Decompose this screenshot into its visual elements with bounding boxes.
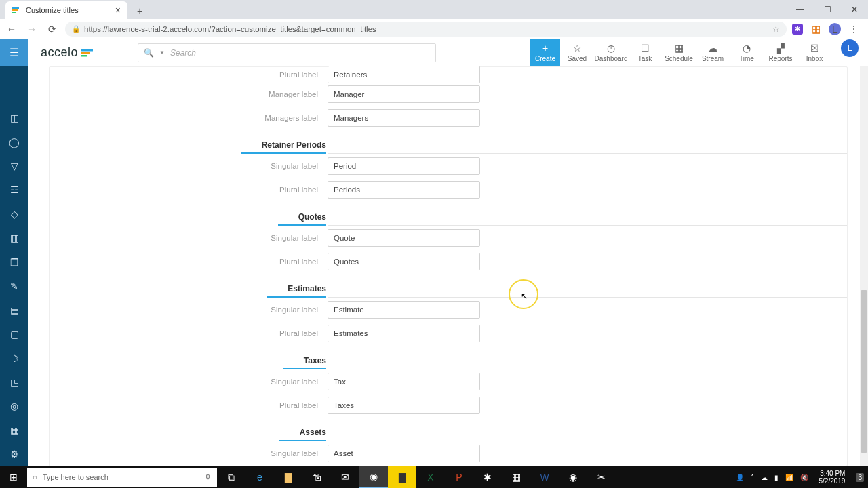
svg-rect-2 [12, 12, 16, 13]
period-plural-input[interactable] [328, 181, 480, 199]
rail-projects-icon[interactable]: ☲ [0, 178, 28, 202]
rail-dashboard-icon[interactable]: ◫ [0, 106, 28, 129]
calculator-icon[interactable]: ▦ [502, 466, 530, 488]
field-label: Plural label [50, 258, 328, 266]
tray-chevron-icon[interactable]: ˄ [751, 474, 754, 481]
page-scrollbar[interactable] [860, 66, 868, 466]
mic-icon[interactable]: 🎙 [204, 473, 212, 481]
section-title: Taxes [283, 356, 326, 369]
slack-icon[interactable]: ✱ [473, 466, 502, 488]
task-view-icon[interactable]: ⧉ [217, 466, 245, 488]
field-label: Singular label [50, 234, 328, 242]
estimate-singular-input[interactable] [328, 301, 480, 319]
estimate-plural-input[interactable] [328, 325, 480, 342]
inbox-icon: ☒ [810, 43, 819, 54]
quote-plural-input[interactable] [328, 253, 480, 270]
taskbar-clock[interactable]: 3:40 PM 5/2/2019 [815, 470, 850, 485]
period-singular-input[interactable] [328, 157, 480, 175]
reports-button[interactable]: ▞ Reports [764, 39, 797, 66]
field-label: Singular label [50, 162, 328, 170]
tax-plural-input[interactable] [328, 396, 480, 414]
rail-retainers-icon[interactable]: ▥ [0, 226, 28, 250]
extension-icon[interactable]: ✱ [792, 24, 803, 35]
svg-rect-0 [12, 7, 19, 9]
manager-label-input[interactable] [328, 85, 480, 103]
word-icon[interactable]: W [530, 466, 559, 488]
browser-profile-avatar[interactable]: L [829, 23, 841, 35]
minimize-icon[interactable]: ― [787, 0, 814, 19]
global-search[interactable]: 🔍 ▼ Search [138, 43, 436, 62]
retainers-plural-input[interactable] [328, 66, 480, 83]
sticky-notes-icon[interactable]: ▇ [388, 466, 416, 488]
gauge-icon: ◷ [607, 43, 615, 54]
section-title: Quotes [278, 212, 326, 226]
rail-list-icon[interactable]: ▦ [0, 418, 28, 442]
star-icon[interactable]: ☆ [772, 24, 780, 34]
rail-calc-icon[interactable]: ▤ [0, 298, 28, 322]
notification-badge[interactable]: 3 [856, 473, 864, 482]
browser-tab-active[interactable]: Customize titles × [5, 1, 127, 19]
managers-label-input[interactable] [328, 109, 480, 127]
rail-copy-icon[interactable]: ❐ [0, 250, 28, 274]
onedrive-icon[interactable]: ☁ [761, 474, 768, 481]
saved-button[interactable]: ☆ Saved [560, 39, 594, 66]
logo[interactable]: accelo [41, 45, 97, 60]
svg-rect-1 [12, 9, 18, 11]
extension-icon-2[interactable]: ▦ [810, 24, 822, 35]
volume-icon[interactable]: 🔇 [800, 474, 808, 481]
chrome-menu-icon[interactable]: ⋮ [848, 24, 860, 35]
rail-team-icon[interactable]: ☽ [0, 346, 28, 370]
back-button[interactable]: ← [4, 24, 19, 35]
people-icon[interactable]: 👤 [736, 474, 744, 481]
hamburger-button[interactable]: ☰ [0, 39, 28, 66]
user-avatar[interactable]: L [841, 39, 859, 57]
dashboard-button[interactable]: ◷ Dashboard [594, 39, 628, 66]
inbox-button[interactable]: ☒ Inbox [797, 39, 831, 66]
excel-icon[interactable]: X [416, 466, 445, 488]
tax-singular-input[interactable] [328, 373, 480, 390]
tab-close-icon[interactable]: × [115, 5, 121, 16]
new-tab-button[interactable]: + [132, 3, 148, 19]
rail-filter-icon[interactable]: ▽ [0, 154, 28, 178]
create-button[interactable]: + Create [530, 39, 560, 66]
maximize-icon[interactable]: ☐ [814, 0, 841, 19]
rail-tickets-icon[interactable]: ◇ [0, 202, 28, 226]
start-button[interactable]: ⊞ [0, 472, 27, 483]
browser-tab-title: Customize titles [26, 6, 79, 14]
rail-contacts-icon[interactable]: ◯ [0, 130, 28, 154]
lock-icon: 🔒 [72, 25, 80, 33]
asset-singular-input[interactable] [328, 445, 480, 462]
rail-settings-icon[interactable]: ⚙ [0, 443, 28, 466]
mail-icon[interactable]: ✉ [331, 466, 359, 488]
rail-sign-icon[interactable]: ✎ [0, 274, 28, 298]
store-icon[interactable]: 🛍 [302, 466, 331, 488]
record-icon[interactable]: ◉ [559, 466, 587, 488]
logo-text: accelo [41, 45, 78, 60]
rail-cube-icon[interactable]: ◳ [0, 370, 28, 394]
stream-button[interactable]: ☁ Stream [696, 39, 730, 66]
address-bar[interactable]: 🔒 https://lawrence-s-trial-2.accelo.com/… [65, 22, 787, 37]
task-icon: ☐ [641, 43, 650, 54]
snip-icon[interactable]: ✂ [587, 466, 616, 488]
section-header: Assets [50, 420, 847, 441]
reload-button[interactable]: ⟳ [45, 24, 60, 35]
chrome-icon[interactable]: ◉ [359, 466, 388, 488]
search-dropdown-icon[interactable]: ▼ [159, 49, 165, 56]
section-header: Estimates [50, 276, 847, 298]
taskbar-search[interactable]: ○ Type here to search 🎙 [27, 468, 217, 487]
explorer-icon[interactable]: ▇ [274, 466, 302, 488]
rail-target-icon[interactable]: ◎ [0, 394, 28, 418]
powerpoint-icon[interactable]: P [445, 466, 473, 488]
quote-singular-input[interactable] [328, 229, 480, 247]
close-window-icon[interactable]: ✕ [841, 0, 868, 19]
rail-bag-icon[interactable]: ▢ [0, 322, 28, 346]
battery-icon[interactable]: ▮ [774, 474, 778, 481]
time-button[interactable]: ◔ Time [730, 39, 764, 66]
section-title: Estimates [267, 284, 326, 298]
schedule-button[interactable]: ▦ Schedule [662, 39, 696, 66]
scrollbar-thumb[interactable] [861, 290, 867, 453]
wifi-icon[interactable]: 📶 [785, 474, 793, 481]
favicon-icon [12, 5, 22, 15]
edge-icon[interactable]: e [245, 466, 274, 488]
task-button[interactable]: ☐ Task [628, 39, 662, 66]
